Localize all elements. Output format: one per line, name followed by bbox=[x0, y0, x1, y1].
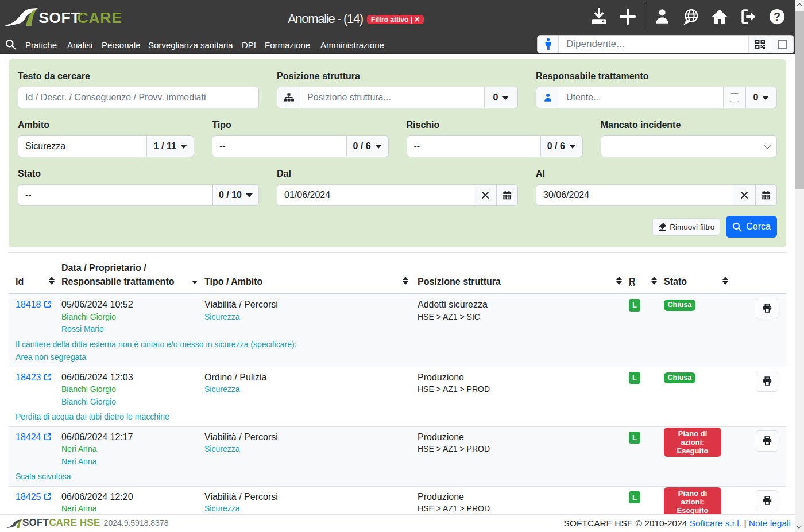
svg-text:SOFT: SOFT bbox=[39, 9, 80, 26]
svg-text:?: ? bbox=[774, 10, 780, 23]
svg-text:CARE: CARE bbox=[78, 9, 122, 26]
